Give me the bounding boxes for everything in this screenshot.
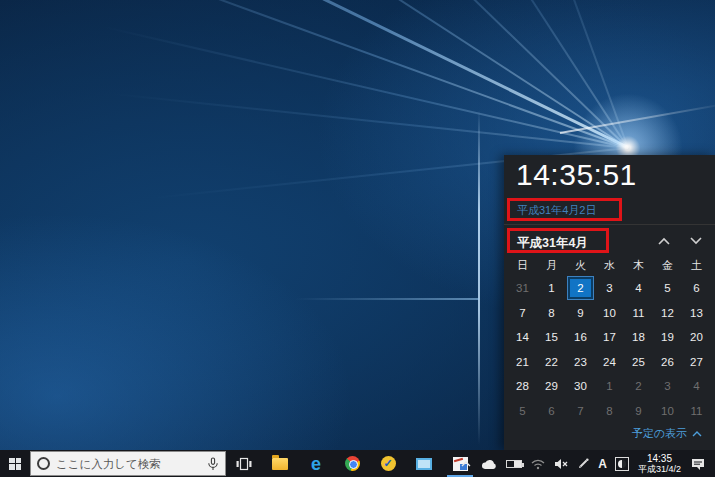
mail-button[interactable] (406, 450, 442, 477)
ime-mode-button[interactable]: A (595, 450, 610, 477)
tray-clock[interactable]: 14:35 平成31/4/2 (634, 453, 685, 475)
calendar-day[interactable]: 14 (508, 325, 537, 350)
calendar-day[interactable]: 27 (682, 350, 711, 375)
tray-clock-date: 平成31/4/2 (638, 464, 681, 475)
battery-icon (506, 460, 522, 468)
calendar-day[interactable]: 19 (653, 325, 682, 350)
weekday-label: 土 (682, 257, 711, 273)
calendar-day[interactable]: 28 (508, 374, 537, 399)
ime-icon (615, 457, 629, 471)
ime-options-button[interactable] (612, 450, 632, 477)
calendar-day[interactable]: 13 (682, 301, 711, 326)
windows-logo-icon (9, 458, 21, 470)
weekday-label: 金 (653, 257, 682, 273)
calendar-day[interactable]: 10 (653, 399, 682, 424)
system-tray: A 14:35 平成31/4/2 (457, 450, 715, 477)
taskbar-apps: e ✓ (226, 450, 478, 477)
calendar-prev-button[interactable] (655, 232, 673, 250)
weekday-label: 月 (537, 257, 566, 273)
weekday-label: 水 (595, 257, 624, 273)
calendar-day[interactable]: 6 (682, 276, 711, 301)
battery-tray-button[interactable] (503, 450, 525, 477)
search-input[interactable] (56, 458, 201, 470)
chevron-down-icon (689, 236, 703, 246)
network-icon (530, 458, 546, 470)
calendar-day[interactable]: 4 (624, 276, 653, 301)
utility-app-button[interactable]: ✓ (370, 450, 406, 477)
onedrive-tray-button[interactable] (477, 450, 501, 477)
calendar-day[interactable]: 1 (595, 374, 624, 399)
folder-icon (272, 458, 288, 470)
screen: 14:35:51 平成31年4月2日 平成31年4月 日月火水木金土 31123… (0, 0, 715, 477)
calendar-day[interactable]: 30 (566, 374, 595, 399)
calendar-day[interactable]: 11 (624, 301, 653, 326)
taskbar: e ✓ (0, 450, 715, 477)
calendar-day[interactable]: 8 (595, 399, 624, 424)
light-beam (102, 26, 629, 149)
calendar-month-label[interactable]: 平成31年4月 (517, 235, 588, 252)
edge-button[interactable]: e (298, 450, 334, 477)
action-center-icon (690, 457, 706, 471)
network-tray-button[interactable] (527, 450, 549, 477)
cortana-icon (37, 457, 50, 470)
calendar-day[interactable]: 9 (624, 399, 653, 424)
agenda-toggle-link[interactable]: 予定の表示 (632, 426, 702, 441)
calendar-day[interactable]: 6 (537, 399, 566, 424)
weekday-row: 日月火水木金土 (508, 257, 711, 273)
today-date-link[interactable]: 平成31年4月2日 (517, 203, 596, 218)
calendar-day-selected[interactable]: 2 (568, 277, 593, 299)
calendar-day[interactable]: 18 (624, 325, 653, 350)
calendar-day[interactable]: 5 (653, 276, 682, 301)
check-app-icon: ✓ (381, 456, 396, 471)
calendar-day[interactable]: 11 (682, 399, 711, 424)
calendar-day[interactable]: 8 (537, 301, 566, 326)
calendar-day[interactable]: 16 (566, 325, 595, 350)
calendar-day[interactable]: 12 (653, 301, 682, 326)
show-hidden-icons-button[interactable] (457, 450, 475, 477)
volume-tray-button[interactable] (551, 450, 572, 477)
calendar-nav (655, 232, 705, 250)
calendar-day[interactable]: 3 (595, 276, 624, 301)
microphone-icon[interactable] (207, 457, 219, 471)
chrome-button[interactable] (334, 450, 370, 477)
calendar-day[interactable]: 17 (595, 325, 624, 350)
clock-calendar-flyout: 14:35:51 平成31年4月2日 平成31年4月 日月火水木金土 31123… (504, 155, 715, 450)
calendar-day[interactable]: 26 (653, 350, 682, 375)
calendar-day[interactable]: 23 (566, 350, 595, 375)
tray-clock-time: 14:35 (638, 453, 681, 464)
window-edge-highlight (478, 110, 480, 445)
window-edge-highlight (295, 298, 479, 300)
task-view-button[interactable] (226, 450, 262, 477)
calendar-day[interactable]: 5 (508, 399, 537, 424)
calendar-day[interactable]: 31 (508, 276, 537, 301)
pen-tray-button[interactable] (574, 450, 593, 477)
pen-icon (577, 457, 590, 470)
calendar-day[interactable]: 25 (624, 350, 653, 375)
cloud-icon (480, 458, 498, 470)
weekday-label: 木 (624, 257, 653, 273)
calendar-day[interactable]: 7 (508, 301, 537, 326)
calendar-day[interactable]: 4 (682, 374, 711, 399)
calendar-next-button[interactable] (687, 232, 705, 250)
chevron-up-icon (657, 236, 671, 246)
chevron-up-icon (692, 430, 702, 438)
calendar-day[interactable]: 1 (537, 276, 566, 301)
calendar-day[interactable]: 10 (595, 301, 624, 326)
mail-icon (416, 458, 432, 470)
file-explorer-button[interactable] (262, 450, 298, 477)
flyout-divider (504, 224, 715, 225)
calendar-day[interactable]: 22 (537, 350, 566, 375)
calendar-day[interactable]: 2 (624, 374, 653, 399)
start-button[interactable] (0, 450, 30, 477)
calendar-day[interactable]: 21 (508, 350, 537, 375)
calendar-day[interactable]: 24 (595, 350, 624, 375)
action-center-button[interactable] (687, 450, 709, 477)
calendar-day[interactable]: 3 (653, 374, 682, 399)
calendar-day[interactable]: 7 (566, 399, 595, 424)
calendar-day[interactable]: 20 (682, 325, 711, 350)
calendar-day[interactable]: 29 (537, 374, 566, 399)
task-view-icon (236, 457, 252, 471)
calendar-day[interactable]: 15 (537, 325, 566, 350)
taskbar-search-box[interactable] (30, 451, 226, 476)
calendar-day[interactable]: 9 (566, 301, 595, 326)
